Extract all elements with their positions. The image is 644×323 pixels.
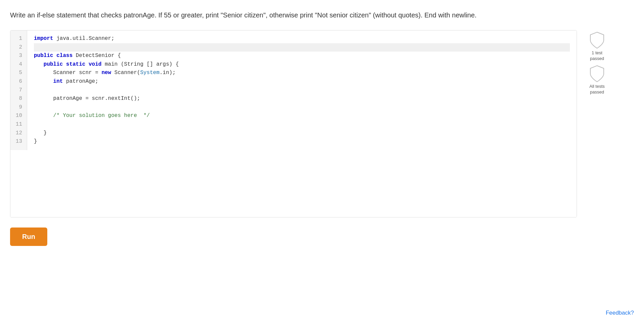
main-content: Write an if-else statement that checks p… bbox=[0, 0, 624, 256]
feedback-link[interactable]: Feedback? bbox=[606, 310, 634, 316]
code-line-5: Scanner scnr = new Scanner(System.in); bbox=[34, 69, 570, 77]
run-button[interactable]: Run bbox=[10, 228, 47, 246]
code-line-11 bbox=[34, 120, 570, 129]
code-line-2 bbox=[34, 43, 570, 52]
editor-area: 1 2 3 4 5 6 7 8 9 10 11 12 13 import jav… bbox=[10, 30, 610, 217]
code-line-12: } bbox=[34, 129, 570, 138]
code-lines[interactable]: import java.util.Scanner; public class D… bbox=[27, 30, 577, 150]
code-line-10: /* Your solution goes here */ bbox=[34, 112, 570, 120]
line-numbers: 1 2 3 4 5 6 7 8 9 10 11 12 13 bbox=[10, 30, 27, 150]
code-line-3: public class DetectSenior { bbox=[34, 52, 570, 60]
editor-spacer bbox=[10, 150, 577, 217]
badge-1-label: 1 testpassed bbox=[590, 50, 604, 62]
instructions-text: Write an if-else statement that checks p… bbox=[10, 10, 506, 20]
code-line-8: patronAge = scnr.nextInt(); bbox=[34, 94, 570, 103]
badges-panel: 1 testpassed All testspassed bbox=[584, 30, 610, 95]
badge-all-label: All testspassed bbox=[589, 84, 605, 95]
badge-shield-1-icon bbox=[590, 31, 604, 49]
badge-all-tests-passed: All testspassed bbox=[589, 65, 605, 95]
code-line-7 bbox=[34, 86, 570, 95]
run-section: Run bbox=[10, 228, 610, 246]
code-editor-container[interactable]: 1 2 3 4 5 6 7 8 9 10 11 12 13 import jav… bbox=[10, 30, 577, 217]
code-line-13: } bbox=[34, 137, 570, 146]
code-editor: 1 2 3 4 5 6 7 8 9 10 11 12 13 import jav… bbox=[10, 30, 577, 150]
code-line-6: int patronAge; bbox=[34, 77, 570, 86]
code-line-9 bbox=[34, 103, 570, 112]
badge-shield-all-icon bbox=[590, 65, 604, 82]
code-line-4: public static void main (String [] args)… bbox=[34, 60, 570, 69]
badge-1-test-passed: 1 testpassed bbox=[590, 31, 604, 62]
code-line-1: import java.util.Scanner; bbox=[34, 35, 570, 43]
